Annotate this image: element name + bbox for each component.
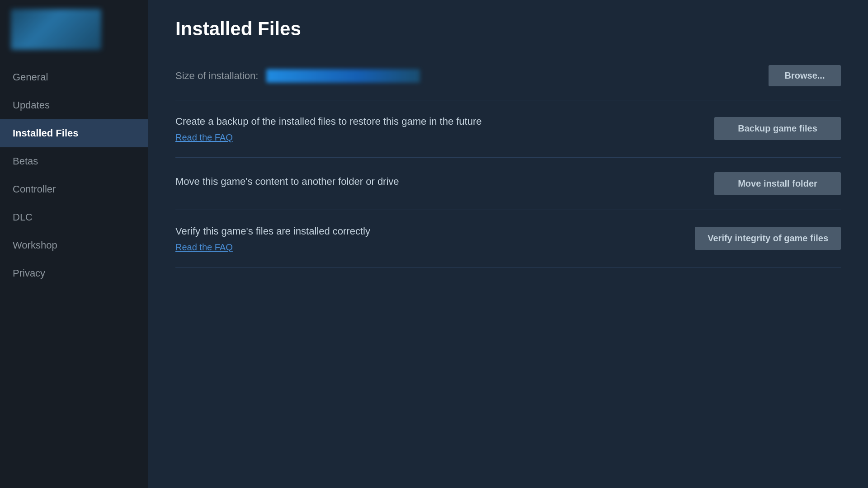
- sidebar-item-general[interactable]: General: [0, 63, 148, 91]
- install-size-left: Size of installation:: [175, 69, 420, 83]
- page-title: Installed Files: [175, 18, 841, 40]
- verify-faq-link[interactable]: Read the FAQ: [175, 242, 233, 252]
- sidebar-navigation: General Updates Installed Files Betas Co…: [0, 63, 148, 287]
- move-folder-section-text: Move this game's content to another fold…: [175, 175, 714, 192]
- sidebar-item-dlc[interactable]: DLC: [0, 203, 148, 231]
- verify-section-row: Verify this game's files are installed c…: [175, 210, 841, 267]
- sidebar-item-workshop[interactable]: Workshop: [0, 231, 148, 259]
- sidebar-item-updates[interactable]: Updates: [0, 91, 148, 119]
- browse-button[interactable]: Browse...: [769, 65, 841, 86]
- move-folder-description: Move this game's content to another fold…: [175, 175, 696, 189]
- install-size-value: [266, 69, 420, 83]
- main-content: Installed Files Size of installation: Br…: [148, 0, 868, 488]
- move-install-folder-button[interactable]: Move install folder: [714, 172, 841, 195]
- verify-description: Verify this game's files are installed c…: [175, 225, 677, 239]
- sidebar-item-installed-files[interactable]: Installed Files: [0, 119, 148, 147]
- sidebar-item-privacy[interactable]: Privacy: [0, 259, 148, 287]
- game-logo: [11, 9, 101, 50]
- sidebar: General Updates Installed Files Betas Co…: [0, 0, 148, 488]
- backup-description: Create a backup of the installed files t…: [175, 115, 696, 129]
- sidebar-item-betas[interactable]: Betas: [0, 147, 148, 175]
- install-size-row: Size of installation: Browse...: [175, 56, 841, 100]
- verify-integrity-button[interactable]: Verify integrity of game files: [695, 227, 841, 250]
- sidebar-item-controller[interactable]: Controller: [0, 175, 148, 203]
- verify-section-text: Verify this game's files are installed c…: [175, 225, 695, 253]
- backup-game-files-button[interactable]: Backup game files: [714, 117, 841, 140]
- move-folder-section-row: Move this game's content to another fold…: [175, 158, 841, 210]
- backup-section-row: Create a backup of the installed files t…: [175, 100, 841, 158]
- backup-section-text: Create a backup of the installed files t…: [175, 115, 714, 143]
- backup-faq-link[interactable]: Read the FAQ: [175, 132, 233, 142]
- install-size-label: Size of installation:: [175, 70, 258, 82]
